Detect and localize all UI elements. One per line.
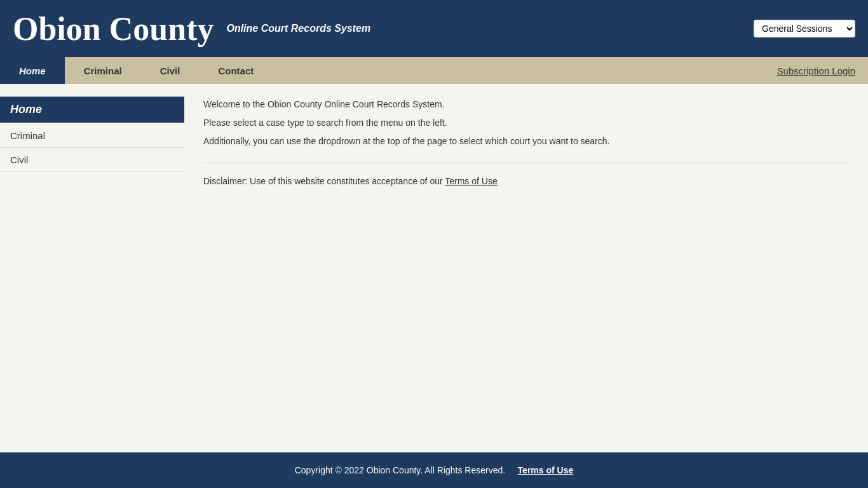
- sidebar-item-civil[interactable]: Civil: [0, 148, 184, 172]
- site-subtitle: Online Court Records System: [226, 23, 370, 34]
- welcome-text: Welcome to the Obion County Online Court…: [203, 97, 849, 150]
- welcome-line3: Additionally, you can use the dropdrown …: [203, 133, 849, 149]
- sidebar-item-criminal[interactable]: Criminal: [0, 124, 184, 148]
- welcome-line1: Welcome to the Obion County Online Court…: [203, 97, 849, 112]
- site-footer: Copyright © 2022 Obion County. All Right…: [0, 452, 868, 488]
- main-content: Welcome to the Obion County Online Court…: [184, 84, 868, 452]
- court-selector[interactable]: General Sessions Circuit Court Chancery …: [754, 20, 855, 37]
- site-title: Obion County: [13, 10, 214, 48]
- sidebar-item-home[interactable]: Home: [0, 97, 184, 123]
- site-header: Obion County Online Court Records System…: [0, 0, 868, 57]
- disclaimer-text: Disclaimer: Use of this website constitu…: [203, 176, 445, 186]
- main-container: Home Criminal Civil Welcome to the Obion…: [0, 84, 868, 452]
- top-nav: Home Criminal Civil Contact Subscription…: [0, 57, 868, 84]
- sidebar: Home Criminal Civil: [0, 84, 184, 452]
- top-nav-criminal[interactable]: Criminal: [65, 57, 141, 84]
- welcome-line2: Please select a case type to search from…: [203, 115, 849, 131]
- top-nav-contact[interactable]: Contact: [199, 57, 273, 84]
- content-divider: [203, 163, 849, 163]
- top-nav-home[interactable]: Home: [0, 57, 65, 84]
- disclaimer: Disclaimer: Use of this website constitu…: [203, 176, 849, 186]
- footer-copyright: Copyright © 2022 Obion County. All Right…: [295, 465, 505, 475]
- terms-of-use-link[interactable]: Terms of Use: [445, 176, 497, 186]
- footer-terms-link[interactable]: Terms of Use: [518, 465, 574, 475]
- top-nav-civil[interactable]: Civil: [141, 57, 200, 84]
- subscription-login-link[interactable]: Subscription Login: [764, 57, 868, 84]
